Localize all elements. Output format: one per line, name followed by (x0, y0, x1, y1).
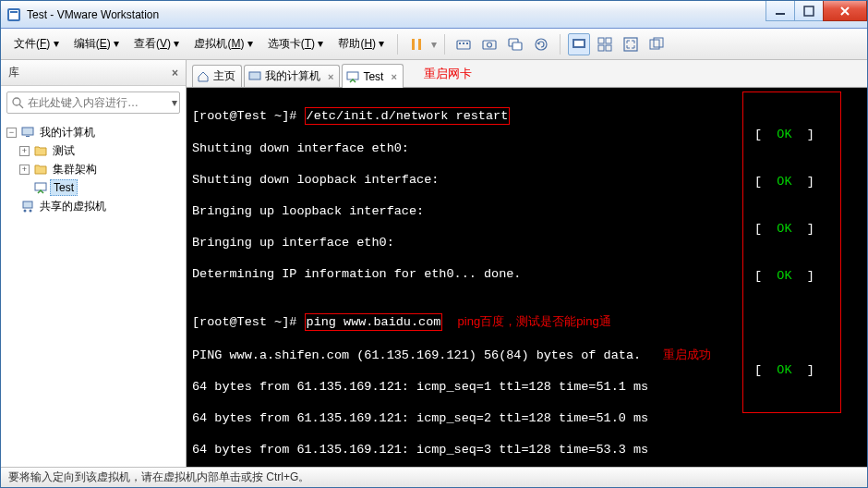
tab-close-icon[interactable]: × (328, 71, 333, 82)
unity-icon[interactable] (645, 33, 668, 55)
svg-rect-6 (418, 39, 421, 50)
tab-test[interactable]: Test × (342, 64, 403, 88)
svg-rect-19 (606, 38, 611, 43)
pause-button[interactable] (405, 33, 428, 55)
annotation-restart-ok: 重启成功 (663, 348, 711, 361)
titlebar: Test - VMware Workstation (1, 1, 867, 29)
svg-rect-2 (10, 11, 18, 13)
toolbar-dropdown-icon[interactable]: ▾ (431, 38, 437, 51)
svg-rect-27 (22, 128, 33, 135)
svg-rect-33 (249, 72, 260, 79)
svg-rect-22 (624, 38, 637, 51)
tree-my-computer[interactable]: − 我的计算机 (1, 123, 186, 141)
tree-shared-vms[interactable]: 共享的虚拟机 (1, 197, 186, 215)
sidebar: 库 × ▾ − 我的计算机 + 测试 (1, 60, 187, 467)
folder-icon (33, 143, 48, 158)
svg-rect-17 (574, 41, 584, 46)
menu-edit[interactable]: 编辑(E) ▾ (68, 32, 125, 55)
annotation-restart-nic: 重启网卡 (424, 66, 472, 82)
svg-rect-28 (26, 136, 30, 137)
vm-console[interactable]: [root@Test ~]# /etc/init.d/network resta… (187, 88, 867, 467)
sidebar-header: 库 × (1, 60, 186, 86)
ok-status-column: [ OK ] [ OK ] [ OK ] [ OK ] [ OK ] (742, 92, 841, 413)
minimize-button[interactable] (766, 1, 795, 21)
menu-vm[interactable]: 虚拟机(M) ▾ (188, 32, 258, 55)
menubar: 文件(F) ▾ 编辑(E) ▾ 查看(V) ▾ 虚拟机(M) ▾ 选项卡(T) … (1, 29, 867, 60)
svg-rect-29 (35, 183, 46, 190)
view-thumbnail-icon[interactable] (594, 33, 616, 55)
revert-icon[interactable] (530, 33, 552, 55)
main-panel: 主页 我的计算机 × Test × 重启网卡 [root@Test ~]# /e… (187, 60, 867, 467)
svg-rect-34 (347, 72, 358, 79)
annotation-ping-test: ping百度，测试是否能ping通 (458, 314, 611, 328)
svg-rect-3 (776, 13, 785, 15)
library-tree: − 我的计算机 + 测试 + 集群架构 Test (1, 119, 186, 467)
folder-icon (33, 162, 48, 177)
cmd-ping: ping www.baidu.com (305, 313, 443, 331)
search-dropdown-icon[interactable]: ▾ (170, 96, 179, 109)
vm-icon (346, 70, 359, 83)
svg-rect-14 (512, 43, 522, 50)
tabbar: 主页 我的计算机 × Test × 重启网卡 (187, 60, 867, 88)
svg-point-31 (24, 210, 27, 213)
window-buttons (766, 1, 867, 21)
cmd-network-restart: /etc/init.d/network restart (305, 107, 511, 125)
tab-my-computer[interactable]: 我的计算机 × (244, 65, 340, 87)
app-window: Test - VMware Workstation 文件(F) ▾ 编辑(E) … (0, 0, 868, 488)
menu-help[interactable]: 帮助(H) ▾ (332, 32, 390, 55)
svg-rect-9 (463, 43, 464, 44)
vm-icon (33, 180, 48, 195)
sidebar-close-icon[interactable]: × (172, 67, 178, 79)
snapshot-manager-icon[interactable] (504, 33, 526, 55)
status-text: 要将输入定向到该虚拟机，请在虚拟机内部单击或按 Ctrl+G。 (8, 470, 309, 485)
svg-rect-8 (459, 43, 461, 44)
menu-file[interactable]: 文件(F) ▾ (8, 32, 65, 55)
svg-rect-20 (598, 45, 604, 51)
tree-vm-test[interactable]: Test (1, 178, 186, 197)
statusbar: 要将输入定向到该虚拟机，请在虚拟机内部单击或按 Ctrl+G。 (1, 467, 867, 487)
view-console-icon[interactable] (568, 33, 590, 55)
snapshot-icon[interactable] (478, 33, 500, 55)
computer-icon (248, 70, 261, 83)
fullscreen-icon[interactable] (620, 33, 642, 55)
app-icon (6, 7, 21, 22)
svg-point-25 (13, 98, 20, 105)
computer-icon (20, 125, 35, 140)
send-ctrl-alt-del-icon[interactable] (452, 33, 475, 55)
svg-rect-10 (466, 43, 468, 44)
svg-rect-30 (23, 201, 32, 208)
menu-view[interactable]: 查看(V) ▾ (128, 32, 185, 55)
search-icon (11, 96, 24, 109)
tab-close-icon[interactable]: × (391, 71, 396, 82)
window-title: Test - VMware Workstation (27, 8, 766, 21)
tree-folder[interactable]: + 集群架构 (1, 160, 186, 178)
search-field[interactable] (24, 96, 170, 109)
sidebar-title: 库 (8, 65, 19, 80)
svg-line-26 (19, 104, 23, 108)
svg-rect-4 (804, 6, 814, 16)
maximize-button[interactable] (794, 1, 824, 21)
svg-point-32 (30, 210, 32, 213)
close-button[interactable] (823, 1, 867, 21)
menu-tabs[interactable]: 选项卡(T) ▾ (262, 32, 330, 55)
svg-rect-7 (457, 41, 470, 49)
search-input[interactable]: ▾ (6, 92, 180, 114)
svg-rect-11 (483, 41, 496, 49)
svg-rect-21 (606, 45, 611, 51)
tree-folder[interactable]: + 测试 (1, 141, 186, 160)
svg-point-12 (488, 43, 492, 47)
home-icon (197, 70, 210, 83)
tab-home[interactable]: 主页 (192, 65, 242, 87)
svg-rect-18 (598, 38, 604, 43)
svg-point-15 (536, 39, 547, 50)
shared-icon (20, 199, 35, 214)
svg-rect-5 (412, 39, 415, 50)
